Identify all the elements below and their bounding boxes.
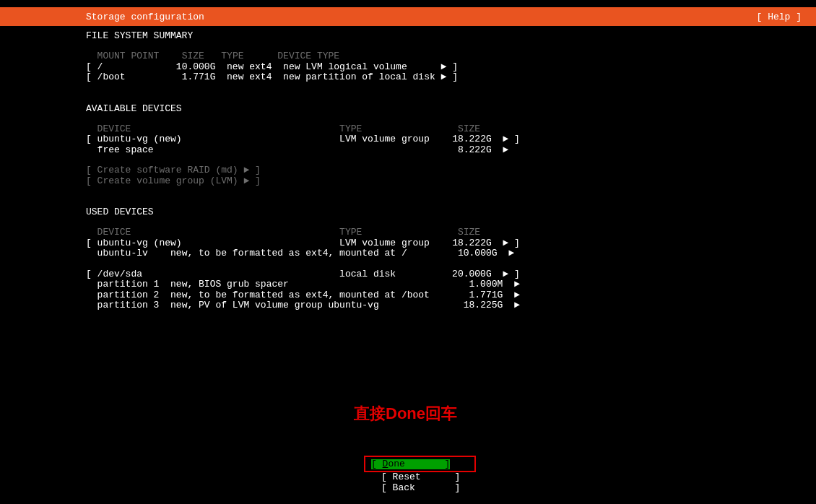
chevron-right-icon: ►: [441, 71, 447, 82]
used-row[interactable]: [ /dev/sda local disk 20.000G ► ]: [86, 269, 816, 280]
used-row[interactable]: ubuntu-lv new, to be formatted as ext4, …: [86, 248, 816, 259]
header-bar: Storage configuration [ Help ]: [0, 7, 816, 26]
used-row[interactable]: partition 3 new, PV of LVM volume group …: [86, 300, 816, 311]
chevron-right-icon: ►: [503, 144, 508, 155]
avail-header: DEVICE TYPE SIZE: [86, 124, 816, 135]
chevron-right-icon: ►: [503, 269, 508, 279]
page-title: Storage configuration: [86, 12, 204, 22]
used-row[interactable]: partition 1 new, BIOS grub spacer 1.000M…: [86, 279, 816, 290]
used-header: DEVICE TYPE SIZE: [86, 227, 816, 238]
chevron-right-icon: ►: [514, 300, 520, 310]
fss-row[interactable]: [ /boot 1.771G new ext4 new partition of…: [86, 72, 816, 83]
chevron-right-icon: ►: [503, 134, 508, 144]
annotation-text: 直接Done回车: [354, 403, 457, 425]
avail-title: AVAILABLE DEVICES: [86, 103, 816, 114]
annotation-highlight-box: [ Done ]: [364, 456, 476, 472]
done-button[interactable]: [ Done ]: [371, 459, 450, 469]
chevron-right-icon: ►: [508, 248, 514, 258]
reset-button[interactable]: [ Reset ]: [364, 472, 476, 483]
help-link[interactable]: [ Help ]: [757, 12, 802, 22]
chevron-right-icon: ►: [514, 279, 520, 290]
fss-title: FILE SYSTEM SUMMARY: [86, 30, 816, 41]
create-lvm-option[interactable]: [ Create volume group (LVM) ► ]: [86, 176, 816, 187]
chevron-right-icon: ►: [441, 61, 447, 72]
fss-row[interactable]: [ / 10.000G new ext4 new LVM logical vol…: [86, 62, 816, 73]
used-row[interactable]: partition 2 new, to be formatted as ext4…: [86, 290, 816, 301]
avail-row[interactable]: free space 8.222G ►: [86, 145, 816, 156]
used-title: USED DEVICES: [86, 207, 816, 217]
used-row[interactable]: [ ubuntu-vg (new) LVM volume group 18.22…: [86, 238, 816, 249]
button-group: [ Done ] [ Reset ] [ Back ]: [364, 456, 476, 493]
chevron-right-icon: ►: [514, 290, 520, 300]
chevron-right-icon: ►: [503, 238, 508, 248]
avail-row[interactable]: [ ubuntu-vg (new) LVM volume group 18.22…: [86, 134, 816, 145]
create-raid-option[interactable]: [ Create software RAID (md) ► ]: [86, 165, 816, 176]
fss-header: MOUNT POINT SIZE TYPE DEVICE TYPE: [86, 51, 816, 62]
back-button[interactable]: [ Back ]: [364, 483, 476, 494]
